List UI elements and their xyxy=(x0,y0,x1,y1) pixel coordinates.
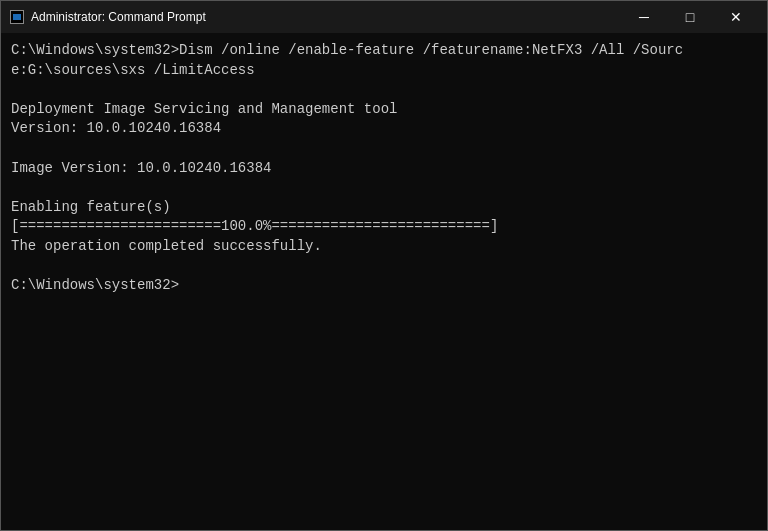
terminal-line xyxy=(11,257,757,277)
title-bar-left: Administrator: Command Prompt xyxy=(9,9,206,25)
terminal-line: Deployment Image Servicing and Managemen… xyxy=(11,100,757,120)
terminal-line: C:\Windows\system32>Dism /online /enable… xyxy=(11,41,757,61)
terminal-line: Version: 10.0.10240.16384 xyxy=(11,119,757,139)
terminal-line xyxy=(11,80,757,100)
terminal-output[interactable]: C:\Windows\system32>Dism /online /enable… xyxy=(1,33,767,530)
terminal-line: C:\Windows\system32> xyxy=(11,276,757,296)
terminal-line: Enabling feature(s) xyxy=(11,198,757,218)
maximize-button[interactable]: □ xyxy=(667,1,713,33)
title-bar: Administrator: Command Prompt ─ □ ✕ xyxy=(1,1,767,33)
terminal-line: The operation completed successfully. xyxy=(11,237,757,257)
terminal-line xyxy=(11,178,757,198)
close-button[interactable]: ✕ xyxy=(713,1,759,33)
terminal-line: Image Version: 10.0.10240.16384 xyxy=(11,159,757,179)
terminal-line: [========================100.0%=========… xyxy=(11,217,757,237)
window-title: Administrator: Command Prompt xyxy=(31,10,206,24)
terminal-line xyxy=(11,139,757,159)
cmd-window: Administrator: Command Prompt ─ □ ✕ C:\W… xyxy=(0,0,768,531)
window-controls: ─ □ ✕ xyxy=(621,1,759,33)
minimize-button[interactable]: ─ xyxy=(621,1,667,33)
terminal-line: e:G:\sources\sxs /LimitAccess xyxy=(11,61,757,81)
cmd-app-icon xyxy=(9,9,25,25)
